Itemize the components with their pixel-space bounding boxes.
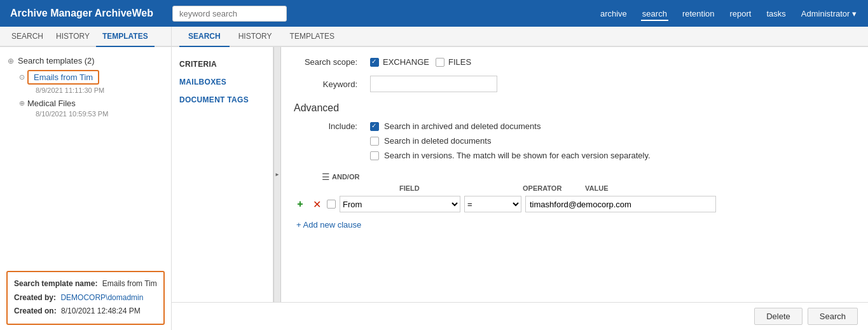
expand-icon: ⊕ <box>8 57 14 65</box>
created-by-label: Created by: <box>14 293 56 302</box>
include-options-group: Search in archived and deleted documents… <box>370 121 651 160</box>
clause-checkbox[interactable] <box>327 200 336 209</box>
right-tab-search[interactable]: SEARCH <box>179 27 230 47</box>
include-deleted-checkbox[interactable] <box>370 137 379 146</box>
created-by-value: DEMOCORP\domadmin <box>60 293 143 302</box>
include-option-0: Search in archived and deleted documents <box>370 121 651 131</box>
include-row: Include: Search in archived and deleted … <box>294 121 855 160</box>
files-label: FILES <box>448 57 471 67</box>
template-name-label: Search template name: <box>14 279 97 288</box>
tree-root-label: Search templates (2) <box>18 56 95 65</box>
form-area: Search scope: EXCHANGE FILES K <box>281 47 868 302</box>
sidebar-item-criteria[interactable]: CRITERIA <box>179 60 265 69</box>
remove-clause-btn[interactable]: ✕ <box>310 198 323 210</box>
left-tree: ⊕ Search templates (2) ⊙ Emails from Tim… <box>0 47 171 266</box>
collapse-handle[interactable]: ► <box>273 47 281 302</box>
value-input[interactable] <box>525 196 716 212</box>
expand-icon-tim: ⊙ <box>19 73 25 81</box>
sidebar-item-document-tags[interactable]: DOCUMENT TAGS <box>179 95 265 104</box>
scope-controls: EXCHANGE FILES <box>370 57 471 67</box>
include-versions-label: Search in versions. The match will be sh… <box>384 151 651 160</box>
left-tab-bar: SEARCH HISTORY TEMPLATES <box>0 27 171 47</box>
template-medical-date: 8/10/2021 10:59:53 PM <box>36 110 165 118</box>
advanced-title: Advanced <box>294 102 855 114</box>
nav-report[interactable]: report <box>728 6 752 21</box>
files-group: FILES <box>436 57 471 67</box>
created-on-row: Created on: 8/10/2021 12:48:24 PM <box>14 305 157 319</box>
include-archived-checkbox[interactable] <box>370 122 379 131</box>
exchange-checkbox[interactable] <box>370 58 379 67</box>
keyword-row: Keyword: <box>294 76 855 92</box>
value-col-header: VALUE <box>585 184 608 192</box>
include-versions-checkbox[interactable] <box>370 151 379 160</box>
template-info-box: Search template name: Emails from Tim Cr… <box>6 271 165 325</box>
search-scope-label: Search scope: <box>294 57 357 67</box>
bottom-action-bar: Delete Search <box>172 302 868 330</box>
right-tab-history[interactable]: HISTORY <box>230 27 281 47</box>
header-andor: AND/OR <box>332 173 383 181</box>
template-medical-files[interactable]: Medical Files <box>27 99 76 108</box>
files-checkbox[interactable] <box>436 58 444 67</box>
brand-title: Archive Manager ArchiveWeb <box>10 8 153 19</box>
delete-button[interactable]: Delete <box>754 308 803 325</box>
field-select[interactable]: From To Subject Date Body <box>340 196 460 212</box>
template-emails-from-tim-row[interactable]: ⊙ Emails from Tim <box>19 68 165 86</box>
template-emails-from-tim[interactable]: Emails from Tim <box>27 70 99 85</box>
clause-header-row: ☰ AND/OR <box>322 172 855 182</box>
criteria-sidebar: CRITERIA MAILBOXES DOCUMENT TAGS <box>172 47 273 302</box>
left-tab-templates[interactable]: TEMPLATES <box>96 27 155 47</box>
tree-root[interactable]: ⊕ Search templates (2) <box>6 53 165 68</box>
created-by-row: Created by: DEMOCORP\domadmin <box>14 291 157 305</box>
nav-admin[interactable]: Administrator ▾ <box>800 6 858 21</box>
include-deleted-label: Search in deleted documents <box>384 136 491 146</box>
keyword-search-input[interactable] <box>172 6 287 22</box>
nav-links: archive search retention report tasks Ad… <box>599 6 858 21</box>
right-tab-bar: SEARCH HISTORY TEMPLATES <box>172 27 868 47</box>
nav-retention[interactable]: retention <box>681 6 716 21</box>
created-on-value: 8/10/2021 12:48:24 PM <box>61 306 141 315</box>
template-name-value: Emails from Tim <box>102 279 157 288</box>
left-tab-history[interactable]: HISTORY <box>50 27 96 47</box>
include-option-2: Search in versions. The match will be sh… <box>370 151 651 160</box>
search-box[interactable] <box>172 6 287 22</box>
nav-archive[interactable]: archive <box>599 6 628 21</box>
left-tab-search[interactable]: SEARCH <box>5 27 50 47</box>
nav-tasks[interactable]: tasks <box>765 6 787 21</box>
keyword-field[interactable] <box>370 76 497 92</box>
right-main-area: CRITERIA MAILBOXES DOCUMENT TAGS ► Searc… <box>172 47 868 302</box>
include-label: Include: <box>294 121 357 131</box>
keyword-label: Keyword: <box>294 79 357 89</box>
search-button[interactable]: Search <box>808 308 858 325</box>
clause-action-row: + ✕ From To Subject Date Body = != <box>294 196 855 212</box>
clause-section: ☰ AND/OR FIELD OPERATOR VALUE <box>294 172 855 230</box>
include-option-1: Search in deleted documents <box>370 136 651 146</box>
exchange-group: EXCHANGE <box>370 57 429 67</box>
template-name-row: Search template name: Emails from Tim <box>14 277 157 291</box>
include-archived-label: Search in archived and deleted documents <box>384 121 541 131</box>
operator-col-header: OPERATOR <box>523 184 580 192</box>
template-tim-date: 8/9/2021 11:11:30 PM <box>36 86 165 94</box>
add-clause-btn[interactable]: + <box>294 198 307 210</box>
add-clause-label: + Add new clause <box>296 220 361 230</box>
template-list: ⊙ Emails from Tim 8/9/2021 11:11:30 PM ⊕… <box>19 68 165 118</box>
left-panel: SEARCH HISTORY TEMPLATES ⊕ Search templa… <box>0 27 172 330</box>
right-tab-templates[interactable]: TEMPLATES <box>281 27 343 47</box>
sidebar-item-mailboxes[interactable]: MAILBOXES <box>179 78 265 86</box>
expand-icon-medical: ⊕ <box>19 99 25 107</box>
top-navigation: Archive Manager ArchiveWeb archive searc… <box>0 0 868 27</box>
search-scope-row: Search scope: EXCHANGE FILES <box>294 57 855 67</box>
clause-col-headers: FIELD OPERATOR VALUE <box>294 184 855 192</box>
main-layout: SEARCH HISTORY TEMPLATES ⊕ Search templa… <box>0 27 868 330</box>
created-on-label: Created on: <box>14 306 57 315</box>
operator-select[interactable]: = != contains <box>464 196 521 212</box>
exchange-label: EXCHANGE <box>383 57 429 67</box>
right-panel: SEARCH HISTORY TEMPLATES CRITERIA MAILBO… <box>172 27 868 330</box>
add-new-clause[interactable]: + Add new clause <box>296 220 361 230</box>
nav-search[interactable]: search <box>641 6 668 21</box>
field-col-header: FIELD <box>399 184 520 192</box>
template-medical-files-row[interactable]: ⊕ Medical Files <box>19 97 165 110</box>
